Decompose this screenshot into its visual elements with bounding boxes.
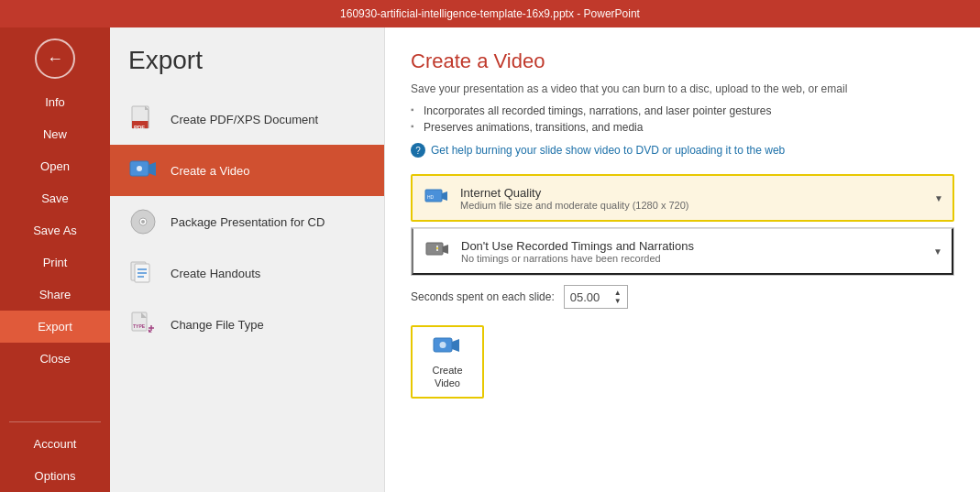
create-video-icon: [433, 334, 462, 361]
svg-marker-26: [452, 339, 459, 352]
quality-sub-text: Medium file size and moderate quality (1…: [460, 200, 925, 211]
seconds-spinner[interactable]: ▲▼: [614, 289, 622, 305]
quality-main-text: Internet Quality: [460, 186, 925, 200]
help-link-text: Get help burning your slide show video t…: [431, 144, 785, 157]
quality-dropdown-text: Internet Quality Medium file size and mo…: [460, 186, 925, 211]
sidebar-item-close[interactable]: Close: [0, 343, 110, 375]
svg-rect-21: [426, 243, 443, 255]
sidebar-item-save[interactable]: Save: [0, 182, 110, 214]
timings-main-text: Don't Use Recorded Timings and Narration…: [461, 239, 924, 253]
quality-icon: HD: [422, 183, 451, 213]
back-button[interactable]: ←: [35, 38, 75, 79]
right-panel: Create a Video Save your presentation as…: [385, 27, 980, 492]
quality-dropdown[interactable]: HD Internet Quality Medium file size and…: [413, 176, 952, 220]
help-link[interactable]: ? Get help burning your slide show video…: [411, 143, 954, 158]
feature-item-2: Preserves animations, transitions, and m…: [411, 119, 954, 136]
svg-point-24: [436, 247, 438, 249]
sidebar-item-print[interactable]: Print: [0, 246, 110, 279]
export-item-cd-label: Package Presentation for CD: [171, 215, 325, 229]
svg-text:HD: HD: [427, 194, 435, 200]
sidebar-item-export[interactable]: Export: [0, 311, 110, 343]
seconds-row: Seconds spent on each slide: 05.00 ▲▼: [411, 285, 954, 309]
filetype-icon: TYPE: [128, 310, 158, 339]
export-item-pdf[interactable]: PDF Create PDF/XPS Document: [110, 93, 384, 145]
svg-point-9: [141, 220, 145, 224]
sidebar-item-save-as[interactable]: Save As: [0, 214, 110, 246]
export-item-video-label: Create a Video: [171, 164, 250, 178]
section-title: Create a Video: [411, 49, 954, 73]
export-item-cd[interactable]: Package Presentation for CD: [110, 196, 384, 247]
help-icon: ?: [411, 143, 425, 158]
sidebar-item-info[interactable]: Info: [0, 86, 110, 118]
section-description: Save your presentation as a video that y…: [411, 82, 954, 95]
sidebar-item-account[interactable]: Account: [0, 428, 110, 460]
sidebar: ← Info New Open Save Save As Print Share…: [0, 27, 110, 492]
svg-marker-5: [149, 162, 156, 176]
timings-dropdown-arrow: ▼: [933, 246, 942, 257]
timings-sub-text: No timings or narrations have been recor…: [461, 253, 924, 264]
create-video-button[interactable]: Create Video: [411, 325, 484, 399]
export-item-filetype[interactable]: TYPE Change File Type: [110, 299, 384, 350]
content-area: Export PDF Create PDF/XPS Document: [110, 27, 980, 492]
sidebar-item-open[interactable]: Open: [0, 150, 110, 182]
cd-icon: [128, 207, 158, 236]
seconds-label: Seconds spent on each slide:: [411, 290, 555, 303]
export-item-video[interactable]: Create a Video: [110, 145, 384, 196]
export-item-handouts[interactable]: Create Handouts: [110, 247, 384, 299]
feature-list: Incorporates all recorded timings, narra…: [411, 103, 954, 136]
video-icon: [128, 156, 158, 185]
export-item-handouts-label: Create Handouts: [171, 267, 260, 280]
svg-point-6: [137, 166, 142, 171]
sidebar-item-new[interactable]: New: [0, 118, 110, 150]
sidebar-item-options[interactable]: Options: [0, 460, 110, 492]
create-video-label: Create Video: [432, 365, 462, 388]
timings-dropdown-container: Don't Use Recorded Timings and Narration…: [411, 227, 954, 276]
quality-dropdown-arrow: ▼: [934, 193, 943, 203]
svg-text:TYPE: TYPE: [133, 323, 146, 329]
svg-marker-19: [442, 191, 447, 201]
timings-icon: [423, 236, 452, 266]
sidebar-divider: [9, 421, 101, 422]
export-item-filetype-label: Change File Type: [171, 318, 264, 332]
page-title: Export: [110, 46, 384, 93]
feature-item-1: Incorporates all recorded timings, narra…: [411, 103, 954, 119]
pdf-icon: PDF: [128, 104, 158, 134]
title-bar-text: 160930-artificial-intelligence-template-…: [340, 7, 640, 20]
export-item-pdf-label: Create PDF/XPS Document: [171, 113, 318, 126]
left-panel: Export PDF Create PDF/XPS Document: [110, 27, 385, 492]
quality-dropdown-container: HD Internet Quality Medium file size and…: [411, 174, 954, 222]
svg-text:PDF: PDF: [134, 125, 145, 130]
timings-dropdown[interactable]: Don't Use Recorded Timings and Narration…: [412, 228, 953, 275]
timings-dropdown-text: Don't Use Recorded Timings and Narration…: [461, 239, 924, 264]
seconds-input[interactable]: 05.00 ▲▼: [564, 285, 628, 309]
svg-marker-22: [443, 245, 448, 254]
sidebar-item-share[interactable]: Share: [0, 279, 110, 311]
svg-point-27: [440, 342, 446, 348]
seconds-value: 05.00: [570, 290, 600, 304]
handouts-icon: [128, 258, 158, 288]
